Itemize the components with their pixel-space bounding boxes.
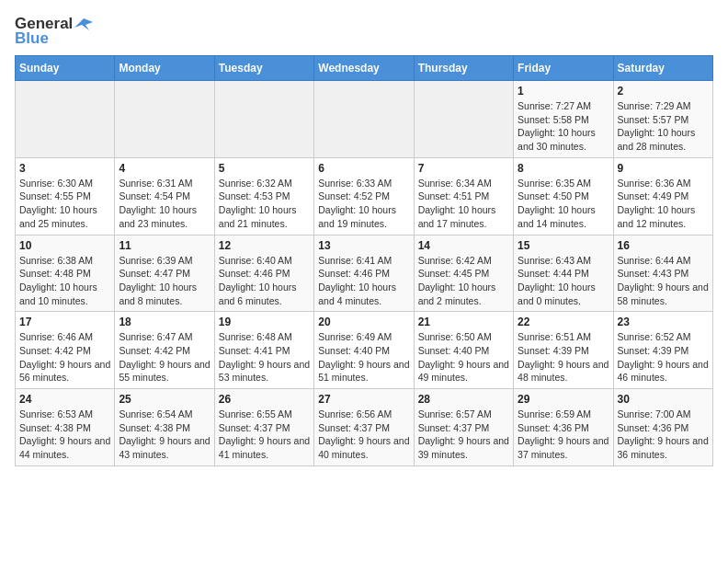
day-info: Sunrise: 6:59 AM Sunset: 4:36 PM Dayligh… (518, 408, 609, 462)
day-number: 10 (19, 239, 110, 252)
day-number: 1 (518, 85, 609, 98)
day-info: Sunrise: 6:36 AM Sunset: 4:49 PM Dayligh… (618, 177, 709, 231)
day-header-monday: Monday (115, 56, 214, 81)
day-info: Sunrise: 6:52 AM Sunset: 4:39 PM Dayligh… (618, 330, 709, 385)
calendar-cell: 28Sunrise: 6:57 AM Sunset: 4:37 PM Dayli… (414, 389, 513, 466)
day-info: Sunrise: 7:29 AM Sunset: 5:57 PM Dayligh… (618, 99, 709, 154)
day-number: 5 (219, 162, 310, 175)
day-header-thursday: Thursday (414, 56, 513, 81)
calendar-cell: 3Sunrise: 6:30 AM Sunset: 4:55 PM Daylig… (16, 157, 115, 235)
calendar-cell: 1Sunrise: 7:27 AM Sunset: 5:58 PM Daylig… (514, 81, 613, 158)
calendar-header-row: SundayMondayTuesdayWednesdayThursdayFrid… (16, 56, 713, 81)
calendar-cell: 25Sunrise: 6:54 AM Sunset: 4:38 PM Dayli… (115, 389, 214, 466)
day-number: 27 (318, 393, 409, 406)
calendar-cell: 16Sunrise: 6:44 AM Sunset: 4:43 PM Dayli… (613, 235, 712, 312)
day-header-sunday: Sunday (16, 56, 115, 81)
day-info: Sunrise: 6:43 AM Sunset: 4:44 PM Dayligh… (518, 254, 609, 308)
calendar-week-row: 24Sunrise: 6:53 AM Sunset: 4:38 PM Dayli… (16, 389, 713, 466)
day-info: Sunrise: 6:46 AM Sunset: 4:42 PM Dayligh… (19, 330, 110, 385)
day-number: 11 (119, 239, 210, 252)
day-number: 18 (119, 316, 210, 328)
day-info: Sunrise: 6:56 AM Sunset: 4:37 PM Dayligh… (318, 408, 409, 462)
day-header-saturday: Saturday (613, 56, 712, 81)
calendar-cell: 2Sunrise: 7:29 AM Sunset: 5:57 PM Daylig… (613, 81, 712, 158)
day-info: Sunrise: 6:40 AM Sunset: 4:46 PM Dayligh… (219, 254, 310, 308)
day-number: 12 (219, 239, 310, 252)
day-header-friday: Friday (514, 56, 613, 81)
calendar-cell: 11Sunrise: 6:39 AM Sunset: 4:47 PM Dayli… (115, 235, 214, 312)
day-info: Sunrise: 6:44 AM Sunset: 4:43 PM Dayligh… (618, 254, 709, 308)
day-number: 4 (119, 162, 210, 175)
calendar-cell: 6Sunrise: 6:33 AM Sunset: 4:52 PM Daylig… (314, 157, 414, 235)
calendar-cell: 13Sunrise: 6:41 AM Sunset: 4:46 PM Dayli… (314, 235, 414, 312)
day-number: 13 (318, 239, 409, 252)
calendar-cell: 14Sunrise: 6:42 AM Sunset: 4:45 PM Dayli… (414, 235, 513, 312)
calendar-cell: 5Sunrise: 6:32 AM Sunset: 4:53 PM Daylig… (214, 157, 313, 235)
calendar-cell: 12Sunrise: 6:40 AM Sunset: 4:46 PM Dayli… (214, 235, 313, 312)
calendar-week-row: 3Sunrise: 6:30 AM Sunset: 4:55 PM Daylig… (16, 157, 713, 235)
calendar-cell: 30Sunrise: 7:00 AM Sunset: 4:36 PM Dayli… (613, 389, 712, 466)
day-info: Sunrise: 6:54 AM Sunset: 4:38 PM Dayligh… (119, 408, 210, 462)
day-number: 22 (518, 316, 609, 328)
day-number: 28 (418, 393, 509, 406)
day-number: 29 (518, 393, 609, 406)
day-number: 26 (219, 393, 310, 406)
day-info: Sunrise: 6:53 AM Sunset: 4:38 PM Dayligh… (19, 408, 110, 462)
calendar: SundayMondayTuesdayWednesdayThursdayFrid… (15, 55, 713, 466)
calendar-cell: 15Sunrise: 6:43 AM Sunset: 4:44 PM Dayli… (514, 235, 613, 312)
day-number: 8 (518, 162, 609, 175)
day-info: Sunrise: 6:55 AM Sunset: 4:37 PM Dayligh… (219, 408, 310, 462)
calendar-cell (414, 81, 513, 158)
day-info: Sunrise: 6:48 AM Sunset: 4:41 PM Dayligh… (219, 330, 310, 385)
day-header-tuesday: Tuesday (214, 56, 313, 81)
calendar-cell (16, 81, 115, 158)
calendar-cell: 8Sunrise: 6:35 AM Sunset: 4:50 PM Daylig… (514, 157, 613, 235)
calendar-cell (214, 81, 313, 158)
day-info: Sunrise: 6:49 AM Sunset: 4:40 PM Dayligh… (318, 330, 409, 385)
calendar-cell (115, 81, 214, 158)
day-number: 6 (318, 162, 409, 175)
logo-blue-text: Blue (15, 29, 49, 48)
day-info: Sunrise: 6:30 AM Sunset: 4:55 PM Dayligh… (19, 177, 110, 231)
day-number: 14 (418, 239, 509, 252)
day-number: 17 (19, 316, 110, 328)
day-number: 23 (618, 316, 709, 328)
day-number: 2 (618, 85, 709, 98)
calendar-cell: 4Sunrise: 6:31 AM Sunset: 4:54 PM Daylig… (115, 157, 214, 235)
day-header-wednesday: Wednesday (314, 56, 414, 81)
day-number: 16 (618, 239, 709, 252)
day-number: 25 (119, 393, 210, 406)
day-info: Sunrise: 6:47 AM Sunset: 4:42 PM Dayligh… (119, 330, 210, 385)
calendar-cell: 23Sunrise: 6:52 AM Sunset: 4:39 PM Dayli… (613, 312, 712, 389)
day-info: Sunrise: 6:42 AM Sunset: 4:45 PM Dayligh… (418, 254, 509, 308)
day-number: 7 (418, 162, 509, 175)
day-number: 21 (418, 316, 509, 328)
day-info: Sunrise: 6:33 AM Sunset: 4:52 PM Dayligh… (318, 177, 409, 231)
calendar-cell: 29Sunrise: 6:59 AM Sunset: 4:36 PM Dayli… (514, 389, 613, 466)
day-number: 15 (518, 239, 609, 252)
calendar-cell: 26Sunrise: 6:55 AM Sunset: 4:37 PM Dayli… (214, 389, 313, 466)
day-info: Sunrise: 6:31 AM Sunset: 4:54 PM Dayligh… (119, 177, 210, 231)
calendar-week-row: 1Sunrise: 7:27 AM Sunset: 5:58 PM Daylig… (16, 81, 713, 158)
day-info: Sunrise: 6:51 AM Sunset: 4:39 PM Dayligh… (518, 330, 609, 385)
day-info: Sunrise: 6:39 AM Sunset: 4:47 PM Dayligh… (119, 254, 210, 308)
day-info: Sunrise: 6:57 AM Sunset: 4:37 PM Dayligh… (418, 408, 509, 462)
day-info: Sunrise: 7:00 AM Sunset: 4:36 PM Dayligh… (618, 408, 709, 462)
calendar-cell: 24Sunrise: 6:53 AM Sunset: 4:38 PM Dayli… (16, 389, 115, 466)
calendar-cell: 17Sunrise: 6:46 AM Sunset: 4:42 PM Dayli… (16, 312, 115, 389)
calendar-cell: 7Sunrise: 6:34 AM Sunset: 4:51 PM Daylig… (414, 157, 513, 235)
day-number: 19 (219, 316, 310, 328)
day-number: 20 (318, 316, 409, 328)
day-info: Sunrise: 6:34 AM Sunset: 4:51 PM Dayligh… (418, 177, 509, 231)
logo-bird-icon (74, 17, 93, 31)
calendar-cell: 18Sunrise: 6:47 AM Sunset: 4:42 PM Dayli… (115, 312, 214, 389)
header: General Blue (15, 15, 713, 48)
calendar-cell (314, 81, 414, 158)
day-info: Sunrise: 6:50 AM Sunset: 4:40 PM Dayligh… (418, 330, 509, 385)
day-info: Sunrise: 6:32 AM Sunset: 4:53 PM Dayligh… (219, 177, 310, 231)
day-number: 24 (19, 393, 110, 406)
calendar-week-row: 10Sunrise: 6:38 AM Sunset: 4:48 PM Dayli… (16, 235, 713, 312)
calendar-cell: 9Sunrise: 6:36 AM Sunset: 4:49 PM Daylig… (613, 157, 712, 235)
day-info: Sunrise: 6:41 AM Sunset: 4:46 PM Dayligh… (318, 254, 409, 308)
calendar-cell: 21Sunrise: 6:50 AM Sunset: 4:40 PM Dayli… (414, 312, 513, 389)
